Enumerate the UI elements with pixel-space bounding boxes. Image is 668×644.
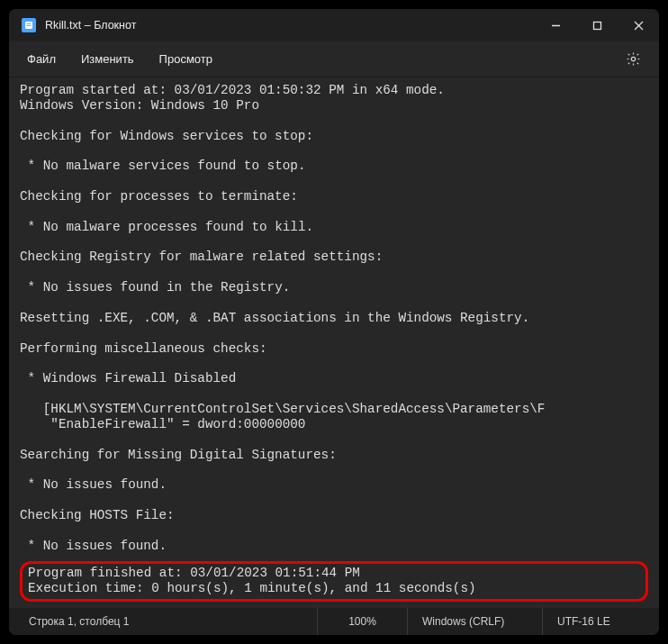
statusbar: Строка 1, столбец 1 100% Windows (CRLF) … <box>9 608 659 635</box>
svg-point-7 <box>631 57 635 60</box>
menu-view[interactable]: Просмотр <box>147 47 225 71</box>
highlight-annotation: Program finished at: 03/01/2023 01:51:44… <box>20 561 648 603</box>
menubar: Файл Изменить Просмотр <box>9 41 659 77</box>
window-controls <box>535 9 659 41</box>
close-button[interactable] <box>618 9 659 41</box>
svg-rect-4 <box>593 22 600 29</box>
menu-file[interactable]: Файл <box>14 47 68 71</box>
status-eol[interactable]: Windows (CRLF) <box>407 608 542 635</box>
text-area[interactable]: Program started at: 03/01/2023 01:50:32 … <box>9 77 659 608</box>
window-title: Rkill.txt – Блокнот <box>45 19 535 32</box>
settings-button[interactable] <box>618 44 648 75</box>
titlebar[interactable]: Rkill.txt – Блокнот <box>9 9 659 41</box>
maximize-button[interactable] <box>576 9 618 41</box>
app-icon <box>22 18 36 32</box>
status-zoom[interactable]: 100% <box>317 608 407 635</box>
menu-edit[interactable]: Изменить <box>68 47 147 71</box>
notepad-window: Rkill.txt – Блокнот Файл Изменить Просмо… <box>9 9 659 635</box>
status-encoding[interactable]: UTF-16 LE <box>542 608 659 635</box>
gear-icon <box>626 51 641 67</box>
svg-rect-2 <box>27 25 32 26</box>
svg-rect-1 <box>27 23 32 24</box>
status-cursor[interactable]: Строка 1, столбец 1 <box>9 608 317 635</box>
document-text: Program started at: 03/01/2023 01:50:32 … <box>20 83 648 602</box>
minimize-button[interactable] <box>535 9 576 41</box>
